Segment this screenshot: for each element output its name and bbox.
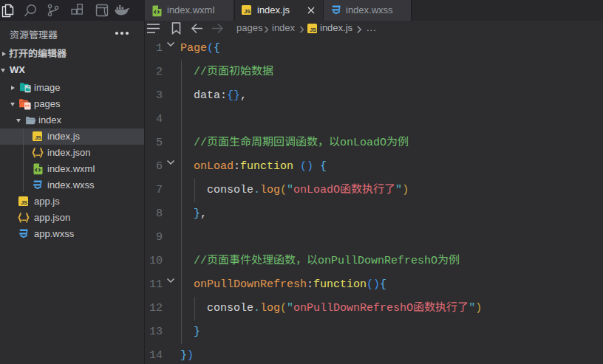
svg-text:JS: JS: [244, 8, 251, 15]
svg-text:JS: JS: [35, 134, 41, 141]
svg-text:JS: JS: [310, 27, 316, 33]
svg-text:JS: JS: [21, 199, 27, 206]
